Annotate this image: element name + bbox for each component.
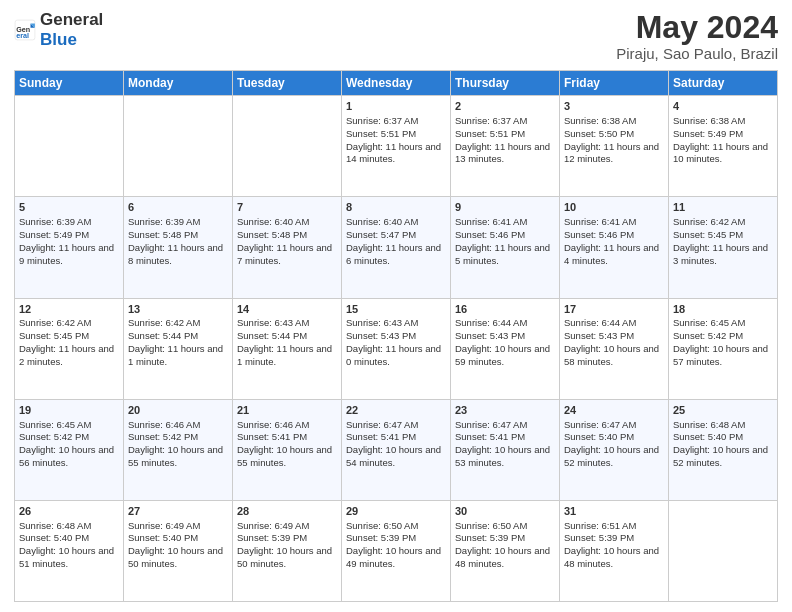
calendar-cell	[233, 96, 342, 197]
day-info: Sunset: 5:47 PM	[346, 229, 416, 240]
calendar-cell	[124, 96, 233, 197]
day-info: Sunrise: 6:40 AM	[237, 216, 309, 227]
day-info: Sunrise: 6:38 AM	[564, 115, 636, 126]
day-number: 13	[128, 302, 228, 317]
calendar-cell: 13Sunrise: 6:42 AMSunset: 5:44 PMDayligh…	[124, 298, 233, 399]
calendar-cell: 18Sunrise: 6:45 AMSunset: 5:42 PMDayligh…	[669, 298, 778, 399]
calendar-cell: 16Sunrise: 6:44 AMSunset: 5:43 PMDayligh…	[451, 298, 560, 399]
calendar-cell: 20Sunrise: 6:46 AMSunset: 5:42 PMDayligh…	[124, 399, 233, 500]
day-info: Sunset: 5:42 PM	[19, 431, 89, 442]
day-number: 21	[237, 403, 337, 418]
day-info: Sunset: 5:39 PM	[564, 532, 634, 543]
day-number: 3	[564, 99, 664, 114]
day-info: Sunrise: 6:39 AM	[19, 216, 91, 227]
day-info: Sunrise: 6:48 AM	[673, 419, 745, 430]
day-info: Daylight: 10 hours and 55 minutes.	[128, 444, 223, 468]
day-info: Sunset: 5:43 PM	[564, 330, 634, 341]
calendar-cell	[15, 96, 124, 197]
day-info: Sunrise: 6:47 AM	[455, 419, 527, 430]
day-info: Sunset: 5:42 PM	[128, 431, 198, 442]
calendar-cell: 28Sunrise: 6:49 AMSunset: 5:39 PMDayligh…	[233, 500, 342, 601]
day-info: Sunrise: 6:37 AM	[455, 115, 527, 126]
calendar-title: May 2024	[616, 10, 778, 45]
day-info: Sunset: 5:40 PM	[564, 431, 634, 442]
day-info: Daylight: 11 hours and 1 minute.	[128, 343, 223, 367]
calendar-cell: 30Sunrise: 6:50 AMSunset: 5:39 PMDayligh…	[451, 500, 560, 601]
th-saturday: Saturday	[669, 71, 778, 96]
calendar-week-row: 12Sunrise: 6:42 AMSunset: 5:45 PMDayligh…	[15, 298, 778, 399]
day-info: Daylight: 10 hours and 49 minutes.	[346, 545, 441, 569]
day-number: 16	[455, 302, 555, 317]
day-info: Sunrise: 6:46 AM	[128, 419, 200, 430]
day-number: 23	[455, 403, 555, 418]
calendar-cell: 27Sunrise: 6:49 AMSunset: 5:40 PMDayligh…	[124, 500, 233, 601]
calendar-cell: 12Sunrise: 6:42 AMSunset: 5:45 PMDayligh…	[15, 298, 124, 399]
day-number: 9	[455, 200, 555, 215]
calendar-cell: 25Sunrise: 6:48 AMSunset: 5:40 PMDayligh…	[669, 399, 778, 500]
calendar-table: Sunday Monday Tuesday Wednesday Thursday…	[14, 70, 778, 602]
day-info: Daylight: 10 hours and 57 minutes.	[673, 343, 768, 367]
calendar-cell	[669, 500, 778, 601]
calendar-cell: 2Sunrise: 6:37 AMSunset: 5:51 PMDaylight…	[451, 96, 560, 197]
day-info: Sunrise: 6:43 AM	[346, 317, 418, 328]
calendar-week-row: 1Sunrise: 6:37 AMSunset: 5:51 PMDaylight…	[15, 96, 778, 197]
calendar-cell: 7Sunrise: 6:40 AMSunset: 5:48 PMDaylight…	[233, 197, 342, 298]
day-info: Daylight: 10 hours and 59 minutes.	[455, 343, 550, 367]
day-info: Sunset: 5:43 PM	[346, 330, 416, 341]
logo-icon: Gen eral	[14, 19, 36, 41]
day-number: 10	[564, 200, 664, 215]
day-info: Sunrise: 6:49 AM	[128, 520, 200, 531]
day-info: Daylight: 11 hours and 8 minutes.	[128, 242, 223, 266]
day-info: Sunrise: 6:47 AM	[346, 419, 418, 430]
day-info: Daylight: 10 hours and 52 minutes.	[564, 444, 659, 468]
day-number: 26	[19, 504, 119, 519]
day-info: Sunset: 5:46 PM	[455, 229, 525, 240]
day-number: 11	[673, 200, 773, 215]
day-info: Sunset: 5:46 PM	[564, 229, 634, 240]
header-row: Sunday Monday Tuesday Wednesday Thursday…	[15, 71, 778, 96]
day-info: Sunrise: 6:45 AM	[673, 317, 745, 328]
calendar-subtitle: Piraju, Sao Paulo, Brazil	[616, 45, 778, 62]
day-info: Daylight: 10 hours and 58 minutes.	[564, 343, 659, 367]
day-info: Sunrise: 6:41 AM	[564, 216, 636, 227]
calendar-cell: 19Sunrise: 6:45 AMSunset: 5:42 PMDayligh…	[15, 399, 124, 500]
header: Gen eral General Blue May 2024 Piraju, S…	[14, 10, 778, 62]
day-number: 5	[19, 200, 119, 215]
day-info: Daylight: 10 hours and 54 minutes.	[346, 444, 441, 468]
day-number: 4	[673, 99, 773, 114]
day-info: Sunset: 5:51 PM	[346, 128, 416, 139]
calendar-week-row: 26Sunrise: 6:48 AMSunset: 5:40 PMDayligh…	[15, 500, 778, 601]
calendar-cell: 23Sunrise: 6:47 AMSunset: 5:41 PMDayligh…	[451, 399, 560, 500]
day-info: Sunset: 5:40 PM	[128, 532, 198, 543]
day-info: Sunset: 5:45 PM	[19, 330, 89, 341]
day-info: Sunrise: 6:38 AM	[673, 115, 745, 126]
day-info: Daylight: 11 hours and 14 minutes.	[346, 141, 441, 165]
day-number: 6	[128, 200, 228, 215]
day-info: Daylight: 11 hours and 10 minutes.	[673, 141, 768, 165]
day-info: Sunrise: 6:48 AM	[19, 520, 91, 531]
day-info: Daylight: 10 hours and 55 minutes.	[237, 444, 332, 468]
day-info: Sunset: 5:39 PM	[455, 532, 525, 543]
th-sunday: Sunday	[15, 71, 124, 96]
calendar-cell: 10Sunrise: 6:41 AMSunset: 5:46 PMDayligh…	[560, 197, 669, 298]
calendar-cell: 29Sunrise: 6:50 AMSunset: 5:39 PMDayligh…	[342, 500, 451, 601]
calendar-cell: 22Sunrise: 6:47 AMSunset: 5:41 PMDayligh…	[342, 399, 451, 500]
logo-general: General	[40, 10, 103, 29]
day-info: Sunrise: 6:40 AM	[346, 216, 418, 227]
day-number: 19	[19, 403, 119, 418]
day-info: Daylight: 10 hours and 51 minutes.	[19, 545, 114, 569]
day-number: 14	[237, 302, 337, 317]
day-info: Sunset: 5:45 PM	[673, 229, 743, 240]
day-info: Daylight: 11 hours and 5 minutes.	[455, 242, 550, 266]
day-info: Sunrise: 6:50 AM	[346, 520, 418, 531]
day-number: 7	[237, 200, 337, 215]
day-info: Sunset: 5:41 PM	[237, 431, 307, 442]
day-info: Sunset: 5:43 PM	[455, 330, 525, 341]
day-info: Daylight: 11 hours and 1 minute.	[237, 343, 332, 367]
day-info: Daylight: 11 hours and 9 minutes.	[19, 242, 114, 266]
day-number: 24	[564, 403, 664, 418]
day-info: Sunset: 5:50 PM	[564, 128, 634, 139]
calendar-cell: 24Sunrise: 6:47 AMSunset: 5:40 PMDayligh…	[560, 399, 669, 500]
day-info: Daylight: 10 hours and 56 minutes.	[19, 444, 114, 468]
day-number: 1	[346, 99, 446, 114]
